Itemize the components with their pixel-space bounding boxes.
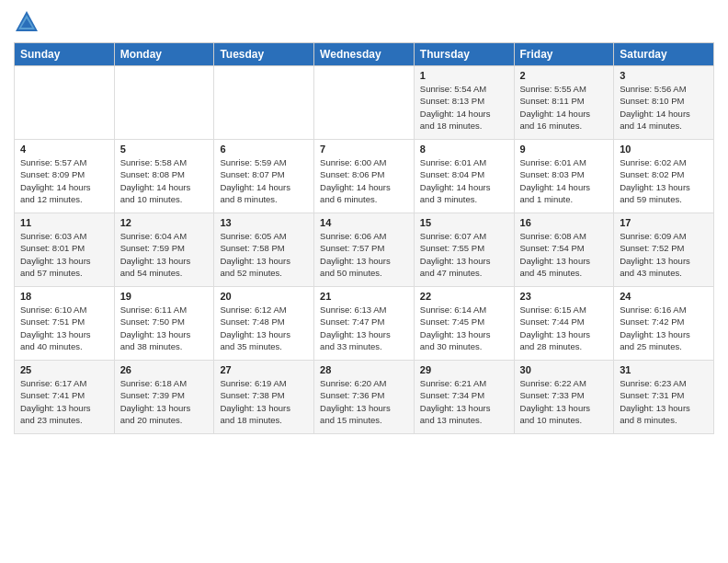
day-info: Sunrise: 6:10 AM Sunset: 7:51 PM Dayligh… (20, 304, 108, 352)
day-number: 6 (220, 144, 308, 155)
day-info: Sunrise: 6:16 AM Sunset: 7:42 PM Dayligh… (620, 304, 708, 352)
header-cell-sunday: Sunday (15, 43, 115, 66)
day-number: 18 (20, 291, 108, 302)
day-cell: 25Sunrise: 6:17 AM Sunset: 7:41 PM Dayli… (15, 361, 115, 434)
day-cell: 18Sunrise: 6:10 AM Sunset: 7:51 PM Dayli… (15, 287, 115, 361)
day-cell: 1Sunrise: 5:54 AM Sunset: 8:13 PM Daylig… (414, 66, 514, 140)
day-number: 28 (320, 364, 408, 375)
day-cell: 31Sunrise: 6:23 AM Sunset: 7:31 PM Dayli… (614, 361, 714, 434)
day-cell: 10Sunrise: 6:02 AM Sunset: 8:02 PM Dayli… (614, 140, 714, 213)
day-number: 3 (620, 70, 708, 81)
day-number: 7 (320, 144, 408, 155)
day-info: Sunrise: 6:00 AM Sunset: 8:06 PM Dayligh… (320, 156, 408, 205)
day-cell: 20Sunrise: 6:12 AM Sunset: 7:48 PM Dayli… (214, 287, 314, 361)
day-number: 17 (620, 217, 708, 228)
day-info: Sunrise: 6:11 AM Sunset: 7:50 PM Dayligh… (120, 304, 209, 352)
day-cell: 24Sunrise: 6:16 AM Sunset: 7:42 PM Dayli… (614, 287, 714, 361)
day-cell (214, 66, 314, 140)
day-number: 15 (420, 217, 508, 228)
day-cell: 15Sunrise: 6:07 AM Sunset: 7:55 PM Dayli… (414, 213, 514, 287)
day-cell (114, 66, 214, 140)
day-cell: 21Sunrise: 6:13 AM Sunset: 7:47 PM Dayli… (314, 287, 415, 361)
day-number: 20 (220, 291, 308, 302)
day-info: Sunrise: 6:03 AM Sunset: 8:01 PM Dayligh… (20, 230, 108, 279)
day-cell: 17Sunrise: 6:09 AM Sunset: 7:52 PM Dayli… (614, 213, 714, 287)
day-info: Sunrise: 6:19 AM Sunset: 7:38 PM Dayligh… (220, 377, 308, 426)
day-number: 19 (120, 291, 209, 302)
day-info: Sunrise: 6:22 AM Sunset: 7:33 PM Dayligh… (520, 377, 609, 426)
day-cell: 13Sunrise: 6:05 AM Sunset: 7:58 PM Dayli… (214, 213, 314, 287)
day-number: 8 (420, 144, 508, 155)
day-number: 5 (120, 144, 209, 155)
page: SundayMondayTuesdayWednesdayThursdayFrid… (0, 0, 728, 563)
day-cell: 5Sunrise: 5:58 AM Sunset: 8:08 PM Daylig… (114, 140, 214, 213)
day-info: Sunrise: 6:13 AM Sunset: 7:47 PM Dayligh… (320, 304, 408, 352)
header (14, 9, 714, 35)
calendar-header: SundayMondayTuesdayWednesdayThursdayFrid… (15, 43, 714, 66)
header-cell-tuesday: Tuesday (214, 43, 314, 66)
day-info: Sunrise: 6:17 AM Sunset: 7:41 PM Dayligh… (20, 377, 108, 426)
day-cell: 30Sunrise: 6:22 AM Sunset: 7:33 PM Dayli… (514, 361, 614, 434)
week-row-5: 25Sunrise: 6:17 AM Sunset: 7:41 PM Dayli… (15, 361, 714, 434)
day-info: Sunrise: 6:15 AM Sunset: 7:44 PM Dayligh… (520, 304, 609, 352)
day-number: 29 (420, 364, 508, 375)
day-number: 14 (320, 217, 408, 228)
day-cell: 16Sunrise: 6:08 AM Sunset: 7:54 PM Dayli… (514, 213, 614, 287)
day-info: Sunrise: 6:14 AM Sunset: 7:45 PM Dayligh… (420, 304, 508, 352)
day-cell: 6Sunrise: 5:59 AM Sunset: 8:07 PM Daylig… (214, 140, 314, 213)
day-cell: 19Sunrise: 6:11 AM Sunset: 7:50 PM Dayli… (114, 287, 214, 361)
day-info: Sunrise: 6:12 AM Sunset: 7:48 PM Dayligh… (220, 304, 308, 352)
day-info: Sunrise: 6:20 AM Sunset: 7:36 PM Dayligh… (320, 377, 408, 426)
header-cell-monday: Monday (114, 43, 214, 66)
day-info: Sunrise: 6:08 AM Sunset: 7:54 PM Dayligh… (520, 230, 609, 279)
day-cell: 23Sunrise: 6:15 AM Sunset: 7:44 PM Dayli… (514, 287, 614, 361)
day-cell: 14Sunrise: 6:06 AM Sunset: 7:57 PM Dayli… (314, 213, 415, 287)
day-number: 4 (20, 144, 108, 155)
logo-icon (14, 9, 40, 35)
day-number: 23 (520, 291, 609, 302)
week-row-1: 1Sunrise: 5:54 AM Sunset: 8:13 PM Daylig… (15, 66, 714, 140)
day-cell: 4Sunrise: 5:57 AM Sunset: 8:09 PM Daylig… (15, 140, 115, 213)
header-row: SundayMondayTuesdayWednesdayThursdayFrid… (15, 43, 714, 66)
day-number: 22 (420, 291, 508, 302)
day-info: Sunrise: 5:56 AM Sunset: 8:10 PM Dayligh… (620, 83, 708, 132)
day-cell: 3Sunrise: 5:56 AM Sunset: 8:10 PM Daylig… (614, 66, 714, 140)
header-cell-friday: Friday (514, 43, 614, 66)
day-info: Sunrise: 5:55 AM Sunset: 8:11 PM Dayligh… (520, 83, 609, 132)
day-cell: 26Sunrise: 6:18 AM Sunset: 7:39 PM Dayli… (114, 361, 214, 434)
day-number: 21 (320, 291, 408, 302)
day-cell: 12Sunrise: 6:04 AM Sunset: 7:59 PM Dayli… (114, 213, 214, 287)
header-cell-wednesday: Wednesday (314, 43, 415, 66)
day-number: 10 (620, 144, 708, 155)
day-info: Sunrise: 5:59 AM Sunset: 8:07 PM Dayligh… (220, 156, 308, 205)
day-cell: 28Sunrise: 6:20 AM Sunset: 7:36 PM Dayli… (314, 361, 415, 434)
day-info: Sunrise: 5:58 AM Sunset: 8:08 PM Dayligh… (120, 156, 209, 205)
day-number: 24 (620, 291, 708, 302)
day-number: 26 (120, 364, 209, 375)
calendar: SundayMondayTuesdayWednesdayThursdayFrid… (14, 42, 714, 434)
week-row-2: 4Sunrise: 5:57 AM Sunset: 8:09 PM Daylig… (15, 140, 714, 213)
day-info: Sunrise: 6:21 AM Sunset: 7:34 PM Dayligh… (420, 377, 508, 426)
day-number: 12 (120, 217, 209, 228)
day-number: 31 (620, 364, 708, 375)
day-info: Sunrise: 6:09 AM Sunset: 7:52 PM Dayligh… (620, 230, 708, 279)
day-info: Sunrise: 6:02 AM Sunset: 8:02 PM Dayligh… (620, 156, 708, 205)
day-info: Sunrise: 6:06 AM Sunset: 7:57 PM Dayligh… (320, 230, 408, 279)
day-number: 1 (420, 70, 508, 81)
day-info: Sunrise: 6:05 AM Sunset: 7:58 PM Dayligh… (220, 230, 308, 279)
week-row-4: 18Sunrise: 6:10 AM Sunset: 7:51 PM Dayli… (15, 287, 714, 361)
day-info: Sunrise: 5:54 AM Sunset: 8:13 PM Dayligh… (420, 83, 508, 132)
calendar-body: 1Sunrise: 5:54 AM Sunset: 8:13 PM Daylig… (15, 66, 714, 434)
day-cell: 2Sunrise: 5:55 AM Sunset: 8:11 PM Daylig… (514, 66, 614, 140)
day-cell (314, 66, 415, 140)
day-cell: 8Sunrise: 6:01 AM Sunset: 8:04 PM Daylig… (414, 140, 514, 213)
day-info: Sunrise: 6:04 AM Sunset: 7:59 PM Dayligh… (120, 230, 209, 279)
day-number: 25 (20, 364, 108, 375)
day-cell: 27Sunrise: 6:19 AM Sunset: 7:38 PM Dayli… (214, 361, 314, 434)
header-cell-thursday: Thursday (414, 43, 514, 66)
day-info: Sunrise: 6:18 AM Sunset: 7:39 PM Dayligh… (120, 377, 209, 426)
day-info: Sunrise: 6:01 AM Sunset: 8:03 PM Dayligh… (520, 156, 609, 205)
day-cell: 7Sunrise: 6:00 AM Sunset: 8:06 PM Daylig… (314, 140, 415, 213)
week-row-3: 11Sunrise: 6:03 AM Sunset: 8:01 PM Dayli… (15, 213, 714, 287)
day-info: Sunrise: 6:01 AM Sunset: 8:04 PM Dayligh… (420, 156, 508, 205)
